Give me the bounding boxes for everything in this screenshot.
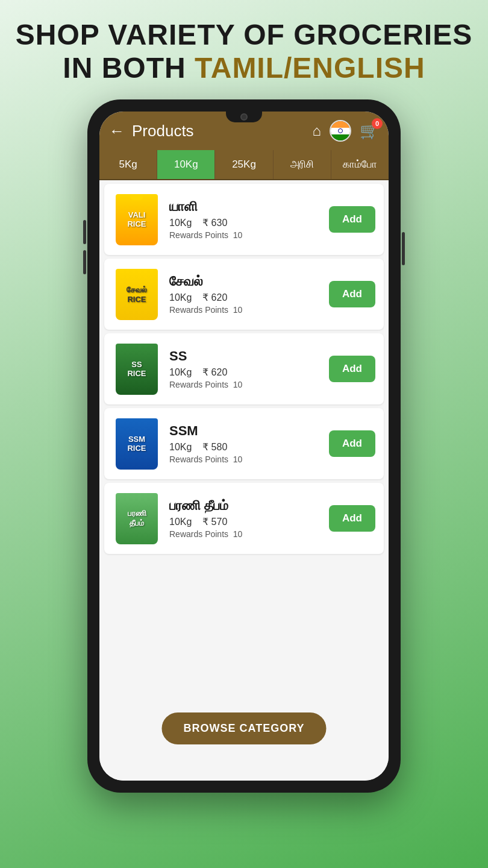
product-info-cheval: சேவல் 10Kg ₹ 620 Rewards Points 10 <box>169 274 321 315</box>
rewards-parani: Rewards Points 10 <box>169 529 321 539</box>
bag-parani: பரணிதீபம் <box>116 493 158 544</box>
rewards-ssm: Rewards Points 10 <box>169 454 321 464</box>
product-card-ss: SSRICE SS 10Kg ₹ 620 Rewards Points 10 A… <box>104 333 384 404</box>
phone-frame: ← Products ⌂ 🛒 0 5Kg 10Kg <box>87 99 401 793</box>
rewards-yali: Rewards Points 10 <box>169 230 321 240</box>
product-meta-ss: 10Kg ₹ 620 <box>169 366 321 378</box>
product-info-yali: யாளி 10Kg ₹ 630 Rewards Points 10 <box>169 199 321 240</box>
browse-category-button[interactable]: BROWSE CATEGORY <box>161 712 326 744</box>
browse-category-wrapper: BROWSE CATEGORY <box>161 712 326 744</box>
add-button-cheval[interactable]: Add <box>329 281 375 307</box>
tab-combo[interactable]: காம்போ <box>331 150 389 179</box>
product-card-yali: VALIRICE யாளி 10Kg ₹ 630 Rewards Points … <box>104 184 384 255</box>
add-button-ss[interactable]: Add <box>329 356 375 382</box>
product-meta-cheval: 10Kg ₹ 620 <box>169 292 321 303</box>
flag-bottom <box>331 134 350 141</box>
phone-notch <box>226 112 262 122</box>
product-info-ss: SS 10Kg ₹ 620 Rewards Points 10 <box>169 348 321 389</box>
flag-icon[interactable] <box>330 120 351 142</box>
product-image-parani: பரணிதீபம் <box>113 491 161 546</box>
add-button-ssm[interactable]: Add <box>329 430 375 457</box>
product-image-cheval: சேவல்RICE <box>113 267 161 321</box>
ashoka-chakra <box>338 128 343 133</box>
volume-down-button <box>83 250 86 274</box>
product-name-yali: யாளி <box>169 199 321 215</box>
product-name-cheval: சேவல் <box>169 274 321 289</box>
product-image-ss: SSRICE <box>113 342 161 396</box>
product-name-ss: SS <box>169 348 321 364</box>
product-image-ssm: SSMRICE <box>113 417 161 471</box>
home-icon[interactable]: ⌂ <box>313 122 322 139</box>
cart-badge: 0 <box>372 118 383 129</box>
bag-yali: VALIRICE <box>116 194 158 245</box>
product-card-ssm: SSMRICE SSM 10Kg ₹ 580 Rewards Points 10… <box>104 408 384 479</box>
bag-ssm: SSMRICE <box>116 418 158 470</box>
tab-arisi[interactable]: அரிசி <box>274 150 331 179</box>
product-meta-parani: 10Kg ₹ 570 <box>169 516 321 527</box>
page-header: SHOP VARIETY OF GROCERIES IN BOTH TAMIL/… <box>0 0 488 96</box>
app-bar-title: Products <box>132 122 313 140</box>
rewards-cheval: Rewards Points 10 <box>169 305 321 315</box>
product-info-ssm: SSM 10Kg ₹ 580 Rewards Points 10 <box>169 423 321 464</box>
bag-cheval: சேவல்RICE <box>116 269 158 320</box>
tab-10kg[interactable]: 10Kg <box>157 150 215 179</box>
product-name-ssm: SSM <box>169 423 321 439</box>
tab-25kg[interactable]: 25Kg <box>215 150 273 179</box>
product-meta-yali: 10Kg ₹ 630 <box>169 217 321 228</box>
add-button-parani[interactable]: Add <box>329 505 375 532</box>
product-image-yali: VALIRICE <box>113 192 161 247</box>
header-text: SHOP VARIETY OF GROCERIES IN BOTH TAMIL/… <box>12 18 476 84</box>
product-card-cheval: சேவல்RICE சேவல் 10Kg ₹ 620 Rewards Point… <box>104 259 384 330</box>
app-bar-icons: ⌂ 🛒 0 <box>313 120 380 142</box>
flag-mid <box>331 128 350 134</box>
product-list: VALIRICE யாளி 10Kg ₹ 630 Rewards Points … <box>99 180 389 781</box>
product-name-parani: பரணி தீபம் <box>169 498 321 514</box>
product-info-parani: பரணி தீபம் 10Kg ₹ 570 Rewards Points 10 <box>169 498 321 539</box>
cart-button[interactable]: 🛒 0 <box>360 122 379 140</box>
tab-5kg[interactable]: 5Kg <box>99 150 157 179</box>
add-button-yali[interactable]: Add <box>329 206 375 233</box>
back-button[interactable]: ← <box>109 122 125 140</box>
flag-top <box>331 121 350 128</box>
category-tabs: 5Kg 10Kg 25Kg அரிசி காம்போ <box>99 150 389 180</box>
volume-up-button <box>83 220 86 244</box>
camera-notch <box>240 113 248 121</box>
product-meta-ssm: 10Kg ₹ 580 <box>169 441 321 453</box>
product-card-parani: பரணிதீபம் பரணி தீபம் 10Kg ₹ 570 Rewards … <box>104 483 384 554</box>
rewards-ss: Rewards Points 10 <box>169 380 321 389</box>
bag-ss: SSRICE <box>116 344 158 395</box>
phone-screen: ← Products ⌂ 🛒 0 5Kg 10Kg <box>99 112 389 781</box>
power-button <box>402 232 405 265</box>
